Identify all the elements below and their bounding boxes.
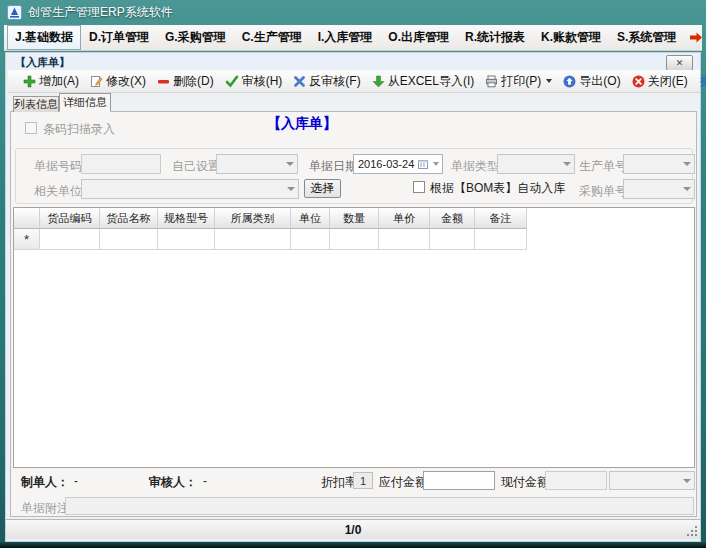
grid-cell[interactable]: [330, 229, 379, 250]
menu-item-inbound[interactable]: I.入库管理: [310, 25, 381, 50]
col-unit[interactable]: 单位: [291, 208, 330, 229]
edit-icon: [90, 75, 103, 88]
purchase-no-label: 采购单号: [579, 183, 627, 200]
doc-date-value: 2016-03-24: [358, 158, 416, 170]
menu-item-basic-data[interactable]: J.基础数据: [7, 25, 81, 50]
delete-button[interactable]: 删除(D): [154, 71, 217, 92]
grid-new-row[interactable]: *: [14, 229, 694, 250]
new-row-marker: *: [14, 229, 40, 250]
add-button[interactable]: 增加(A): [20, 71, 82, 92]
child-close-button[interactable]: ✕: [666, 55, 693, 71]
col-remark[interactable]: 备注: [475, 208, 527, 229]
select-button[interactable]: 选择: [304, 179, 341, 198]
chevron-down-icon: [283, 187, 298, 191]
menu-item-reports[interactable]: R.统计报表: [457, 25, 533, 50]
col-item-name[interactable]: 货品名称: [100, 208, 158, 229]
menubar: J.基础数据 D.订单管理 G.采购管理 C.生产管理 I.入库管理 O.出库管…: [4, 25, 702, 51]
payable-input[interactable]: [423, 471, 495, 490]
grid-cell[interactable]: [291, 229, 330, 250]
print-button[interactable]: 打印(P): [482, 71, 555, 92]
grid-cell[interactable]: [158, 229, 215, 250]
col-item-code[interactable]: 货品编码: [40, 208, 100, 229]
doc-date-label: 单据日期: [309, 158, 357, 175]
doc-note-label: 单据附注: [21, 500, 69, 517]
pay-account-combobox[interactable]: [609, 471, 695, 490]
chevron-down-icon: [430, 162, 442, 166]
blue-cross-icon: [293, 75, 306, 88]
maker-label: 制单人：: [21, 474, 69, 491]
chevron-down-icon: [679, 187, 694, 191]
edit-button[interactable]: 修改(X): [87, 71, 149, 92]
resize-grip[interactable]: [687, 526, 698, 537]
check-icon: [225, 75, 239, 88]
audit-button-label: 审核(H): [242, 73, 283, 90]
prod-no-combobox[interactable]: [623, 154, 695, 174]
grid-cell[interactable]: [379, 229, 430, 250]
child-window-title: 【入库单】: [15, 55, 70, 70]
tab-list-info[interactable]: 列表信息: [13, 96, 59, 112]
delete-button-label: 删除(D): [173, 73, 214, 90]
chevron-down-icon: [559, 162, 574, 166]
print-dropdown-caret-icon[interactable]: [546, 79, 552, 83]
green-down-arrow-icon: [372, 75, 385, 88]
help-tutorial-link[interactable]: 操作教程: [700, 73, 706, 90]
chevron-down-icon: [679, 479, 694, 483]
grid-header-row: 货品编码 货品名称 规格型号 所属类别 单位 数量 单价 金额 备注: [14, 208, 694, 229]
bom-auto-checkbox[interactable]: [413, 181, 425, 193]
page-indicator: 1/0: [345, 523, 362, 537]
add-button-label: 增加(A): [39, 73, 79, 90]
col-amount[interactable]: 金额: [430, 208, 475, 229]
edit-button-label: 修改(X): [106, 73, 146, 90]
audit-button[interactable]: 审核(H): [222, 71, 286, 92]
maker-value: -: [74, 474, 78, 488]
discount-input[interactable]: 1: [353, 472, 373, 489]
discount-label: 折扣率: [321, 474, 357, 491]
menu-item-production[interactable]: C.生产管理: [234, 25, 310, 50]
related-unit-label: 相关单位: [34, 183, 82, 200]
paid-input[interactable]: [545, 471, 607, 490]
window-title: 创管生产管理ERP系统软件: [28, 4, 173, 21]
menu-item-orders[interactable]: D.订单管理: [81, 25, 157, 50]
col-spec-model[interactable]: 规格型号: [158, 208, 215, 229]
menu-item-outbound[interactable]: O.出库管理: [380, 25, 457, 50]
doc-note-input[interactable]: [65, 497, 694, 515]
unaudit-button[interactable]: 反审核(F): [290, 71, 363, 92]
doc-date-picker[interactable]: 2016-03-24: [353, 154, 443, 174]
grid-cell[interactable]: [40, 229, 100, 250]
app-icon: [7, 5, 22, 20]
menu-item-system[interactable]: S.系统管理: [609, 25, 684, 50]
close-button[interactable]: 关闭(E): [629, 71, 691, 92]
paid-label: 现付金额: [501, 474, 549, 491]
grid-cell[interactable]: [100, 229, 158, 250]
self-set-combobox[interactable]: [216, 154, 298, 174]
excel-import-button-label: 从EXCEL导入(I): [388, 73, 475, 90]
menu-item-purchasing[interactable]: G.采购管理: [157, 25, 234, 50]
col-category[interactable]: 所属类别: [215, 208, 291, 229]
doc-no-label: 单据号码: [34, 158, 82, 175]
col-unit-price[interactable]: 单价: [379, 208, 430, 229]
col-quantity[interactable]: 数量: [330, 208, 379, 229]
plus-icon: [23, 75, 36, 88]
app-window: 创管生产管理ERP系统软件 J.基础数据 D.订单管理 G.采购管理 C.生产管…: [0, 0, 706, 548]
self-set-label: 自己设置: [172, 158, 220, 175]
doc-type-combobox[interactable]: [497, 154, 575, 174]
printer-icon: [485, 75, 498, 88]
tab-detail-info[interactable]: 详细信息: [59, 93, 111, 112]
items-grid[interactable]: 货品编码 货品名称 规格型号 所属类别 单位 数量 单价 金额 备注 *: [13, 207, 695, 468]
grid-cell[interactable]: [215, 229, 291, 250]
related-unit-combobox[interactable]: [81, 179, 299, 199]
inbound-order-window: 【入库单】 ✕ 增加(A) 修改(X) 删除(D) 审核(H): [5, 52, 701, 542]
grid-cell[interactable]: [475, 229, 527, 250]
titlebar: 创管生产管理ERP系统软件: [0, 0, 706, 24]
form-title: 【入库单】: [267, 115, 337, 133]
doc-type-label: 单据类型: [451, 158, 499, 175]
doc-no-input[interactable]: [81, 154, 161, 174]
grid-cell[interactable]: [430, 229, 475, 250]
export-button[interactable]: 导出(O): [560, 71, 623, 92]
excel-import-button[interactable]: 从EXCEL导入(I): [369, 71, 478, 92]
print-button-label: 打印(P): [501, 73, 541, 90]
toolbar: 增加(A) 修改(X) 删除(D) 审核(H) 反审核(F) 从EXCEL导入(…: [8, 70, 700, 93]
purchase-no-combobox[interactable]: [623, 179, 695, 199]
menu-item-accounts[interactable]: K.账款管理: [533, 25, 609, 50]
barcode-scan-checkbox[interactable]: [25, 122, 37, 134]
